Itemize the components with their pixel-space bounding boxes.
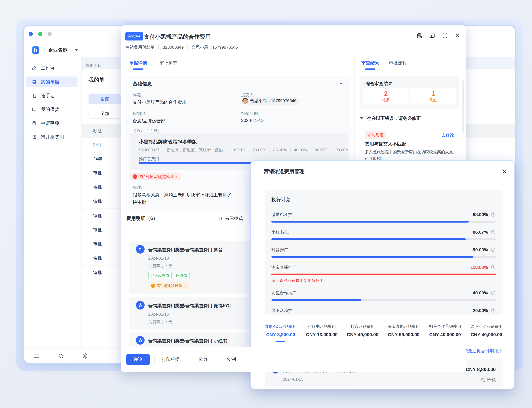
sidebar-item-loans[interactable]: 我的借款: [26, 104, 78, 115]
amount-tab[interactable]: 淘宝直播营销费用CNY 59,000.00: [388, 324, 420, 342]
plan-right: 20.00%: [473, 308, 496, 313]
sidebar-item-label: 我的借款: [41, 106, 59, 113]
tab-review-result[interactable]: 审查结果: [361, 56, 379, 70]
chevron-up-icon[interactable]: [339, 81, 343, 86]
amount-tab-label: 微博KOL营销费用: [265, 324, 297, 329]
company-name[interactable]: 企业名称: [48, 47, 67, 53]
amount-tab[interactable]: 小红书营销费用CNY 13,000.00: [306, 324, 338, 342]
amount-tab-label: 小红书营销费用: [306, 324, 338, 329]
breadcrumb[interactable]: 首页 / 我: [85, 63, 101, 68]
close-icon[interactable]: [455, 33, 460, 39]
help-icon[interactable]: [491, 247, 496, 252]
gear-icon[interactable]: [82, 353, 88, 359]
form-risk-pill[interactable]: ! 有2处填写规范风险 ›: [130, 173, 181, 180]
comment-button[interactable]: 评论: [126, 354, 150, 365]
row-title-cell: 24年: [93, 156, 102, 162]
error-notice-row[interactable]: 存在以下错误，请务必修正: [360, 115, 421, 121]
amount-tabs: 微博KOL营销费用CNY 8,800.00小红书营销费用CNY 13,000.0…: [265, 324, 502, 342]
field-value-title: 支付小黑瓶产品的合作费用: [133, 99, 186, 105]
sidebar-item-invoices[interactable]: 待开票费用: [26, 132, 78, 142]
amount-tab[interactable]: 线下活动营销费用CNY 40,000.00: [470, 324, 502, 342]
sidebar-nav: 工作台我的单据随手记我的借款申请事项待开票费用: [24, 57, 81, 142]
amount-tab[interactable]: 明星合作营销费用CNY 40,000.00: [429, 324, 461, 342]
search-icon[interactable]: [58, 353, 64, 359]
collapse-sidebar-icon[interactable]: [33, 353, 40, 359]
close-icon[interactable]: [501, 168, 507, 174]
budget-risk-pill[interactable]: !有1处预算风险›: [148, 282, 189, 290]
sidebar-item-label: 待开票费用: [41, 134, 64, 140]
field-label: 标题:: [133, 92, 142, 98]
product-name: 小黑瓶品牌防晒霜24冬季版: [139, 139, 197, 145]
home-icon: [32, 66, 37, 71]
plan-percent: 86.67%: [473, 230, 488, 235]
amount-tab[interactable]: 微博KOL营销费用CNY 8,800.00: [265, 324, 297, 342]
layout-icon[interactable]: [429, 33, 435, 39]
tab-approval-flow[interactable]: 审批流程: [389, 56, 407, 70]
product-meta-part: 40.00%: [294, 148, 308, 152]
help-icon[interactable]: [491, 290, 496, 295]
plan-row: 小红书推广86.67%: [271, 229, 496, 240]
filter-tab-all[interactable]: 全部: [89, 94, 121, 104]
fullscreen-icon[interactable]: [442, 33, 448, 39]
plan-row-head: 淘宝直播推广118.00%: [271, 264, 496, 270]
plan-row: 明星合作推广40.00%: [271, 290, 496, 301]
product-meta-part: 86.67%: [315, 148, 328, 152]
row-title-cell: 审批: [93, 184, 102, 190]
plan-row-head: 明星合作推广40.00%: [271, 290, 496, 296]
stamp-icon: [32, 93, 37, 98]
sort-by-date-button[interactable]: 按最近提交日期降序: [464, 348, 502, 354]
sidebar-item-workbench[interactable]: 工作台: [26, 63, 78, 74]
plan-right: 88.00%: [473, 212, 496, 217]
expense-tag: 已有发票*3: [148, 272, 172, 279]
window-dot-blue[interactable]: [29, 32, 33, 36]
window-dot-green[interactable]: [38, 32, 42, 36]
tab-approval-preview[interactable]: 审批预览: [159, 56, 177, 70]
plan-label: 小红书推广: [271, 229, 292, 235]
window-dot-gray[interactable]: [48, 32, 52, 36]
summary-title: 综合审查结果: [366, 81, 392, 87]
help-icon[interactable]: [491, 265, 496, 270]
scrollbar[interactable]: [463, 80, 464, 133]
plan-progress-fill: [271, 221, 469, 222]
help-icon[interactable]: [491, 230, 496, 235]
field-label: 报销日期:: [241, 111, 259, 116]
plan-percent: 20.00%: [473, 308, 488, 313]
urge-button[interactable]: 催办: [191, 354, 215, 365]
chevron-down-icon[interactable]: [75, 49, 78, 51]
chevron-right-icon: ›: [176, 174, 178, 179]
sidebar-item-my-docs[interactable]: 我的单据: [26, 76, 78, 87]
row-title-cell: 审批: [93, 170, 102, 176]
divider: [249, 148, 249, 152]
plan-progress-track: [271, 299, 496, 301]
submitter-chip[interactable]: 合思小易（15799976546: [241, 97, 300, 105]
help-icon[interactable]: [491, 308, 496, 313]
sidebar-item-applications[interactable]: 申请事项: [26, 118, 78, 128]
tab-document-details[interactable]: 单据详情: [129, 56, 147, 70]
copy-button[interactable]: 复制: [220, 354, 243, 365]
review-mode-button[interactable]: 审阅模式: [217, 215, 243, 222]
plan-right: 118.00%: [471, 265, 496, 270]
filter-dropdown-all[interactable]: 全部: [89, 109, 121, 119]
company-logo-icon[interactable]: [32, 46, 39, 54]
sidebar-item-notes[interactable]: 随手记: [26, 90, 78, 101]
amount-tab-label: 线下活动营销费用: [470, 324, 502, 329]
fix-link[interactable]: 去修改: [441, 132, 454, 138]
help-icon[interactable]: [491, 212, 496, 217]
dialog-toolbar: [417, 33, 460, 39]
layers-icon: [136, 336, 145, 345]
plan-error-text: 淘宝直播营销费用使用超标！: [271, 278, 496, 283]
sidebar: 工作台我的单据随手记我的借款申请事项待开票费用: [24, 57, 82, 348]
review-mode-label: 审阅模式: [225, 215, 243, 222]
remark-text: 很紧急很紧急，麻烦王老师尽快审批麻烦王老师尽快审批: [133, 191, 232, 206]
row-title-cell: 审批: [93, 241, 102, 247]
amount-tab-amount: CNY 40,000.00: [470, 332, 502, 337]
row-title-cell: 审批: [93, 255, 102, 261]
document-subtitle: 营销费用付款单B23000849合思小易（15799976546）: [125, 44, 242, 50]
amount-tab[interactable]: 抖音营销费用CNY 49,000.00: [347, 324, 378, 342]
card-icon: [32, 107, 37, 112]
field-label: 提交人:: [241, 92, 255, 98]
history-icon[interactable]: [417, 33, 423, 39]
plan-row-head: 微博KOL推广88.00%: [271, 212, 496, 217]
print-button[interactable]: 打印单据: [154, 354, 187, 365]
execution-plan-card: 执行计划 微博KOL推广88.00%小红书推广86.67%抖音推广90.00%淘…: [265, 190, 502, 315]
